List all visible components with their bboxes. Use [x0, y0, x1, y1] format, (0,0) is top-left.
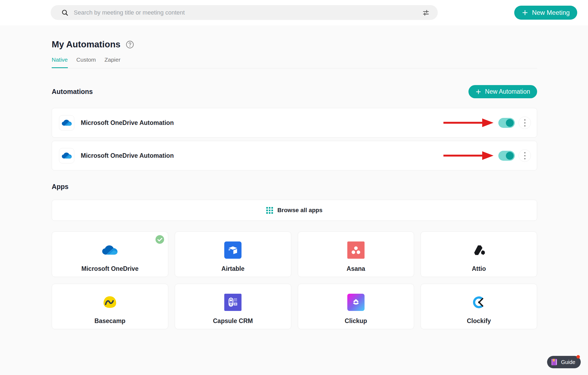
app-card-clockify[interactable]: Clockify: [421, 284, 537, 329]
app-card-asana[interactable]: Asana: [298, 232, 414, 277]
automation-title: Microsoft OneDrive Automation: [81, 152, 174, 159]
app-name: Capsule CRM: [213, 317, 253, 325]
page-title: My Automations: [52, 39, 120, 50]
onedrive-icon: [101, 241, 118, 259]
automation-row: Microsoft OneDrive Automation: [52, 108, 537, 138]
plus-icon: [522, 9, 528, 16]
app-name: Clockify: [467, 317, 491, 325]
clockify-icon: [470, 294, 488, 311]
capsule-icon: [224, 294, 242, 311]
apps-heading: Apps: [52, 183, 537, 191]
guide-book-icon: [551, 358, 558, 366]
apps-grid: Microsoft OneDrive Airtable: [52, 232, 537, 340]
more-options-icon[interactable]: [519, 149, 531, 162]
topbar: New Meeting: [0, 0, 588, 25]
app-card-capsule[interactable]: Capsule CRM: [175, 284, 291, 329]
search-bar[interactable]: [51, 5, 438, 20]
airtable-icon: [224, 241, 242, 259]
app-card-basecamp[interactable]: Basecamp: [52, 284, 168, 329]
app-name: Clickup: [345, 317, 367, 325]
browse-all-apps-label: Browse all apps: [277, 207, 323, 214]
tab-zapier[interactable]: Zapier: [104, 57, 121, 68]
attio-icon: [470, 241, 488, 259]
app-card-attio[interactable]: Attio: [421, 232, 537, 277]
app-name: Microsoft OneDrive: [81, 265, 138, 272]
automation-toggle[interactable]: [498, 118, 515, 128]
search-input[interactable]: [74, 9, 423, 16]
app-card-onedrive[interactable]: Microsoft OneDrive: [52, 232, 168, 277]
more-options-icon[interactable]: [519, 117, 531, 129]
new-meeting-button[interactable]: New Meeting: [514, 6, 577, 20]
app-name: Attio: [472, 265, 486, 272]
guide-button[interactable]: Guide: [547, 356, 581, 368]
clickup-icon: [347, 294, 365, 311]
app-card-airtable[interactable]: Airtable: [175, 232, 291, 277]
notification-dot: [576, 355, 580, 359]
basecamp-icon: [101, 294, 118, 311]
app-card-clickup[interactable]: Clickup: [298, 284, 414, 329]
automations-heading: Automations: [52, 88, 93, 96]
automation-row: Microsoft OneDrive Automation: [52, 141, 537, 170]
plus-icon: [475, 89, 481, 95]
help-icon[interactable]: [126, 40, 134, 49]
new-meeting-label: New Meeting: [532, 9, 570, 16]
guide-label: Guide: [561, 359, 575, 365]
automation-title: Microsoft OneDrive Automation: [81, 119, 174, 127]
connected-check-icon: [155, 235, 164, 244]
tab-native[interactable]: Native: [52, 57, 68, 68]
app-name: Airtable: [221, 265, 244, 272]
automation-toggle[interactable]: [498, 151, 515, 161]
tabs-divider: [52, 68, 537, 68]
tab-custom[interactable]: Custom: [76, 57, 96, 68]
browse-all-apps-button[interactable]: Browse all apps: [52, 200, 537, 221]
main-content: My Automations Native Custom Zapier Auto…: [0, 25, 588, 340]
app-name: Asana: [346, 265, 365, 272]
annotation-arrow-icon: [443, 150, 494, 161]
asana-icon: [347, 241, 365, 259]
onedrive-icon: [59, 115, 74, 131]
new-automation-label: New Automation: [485, 88, 530, 95]
search-filter-icon[interactable]: [422, 8, 430, 17]
apps-grid-icon: [266, 207, 273, 214]
onedrive-icon: [59, 148, 74, 163]
annotation-arrow-icon: [443, 118, 494, 128]
app-name: Basecamp: [94, 317, 125, 325]
search-icon: [61, 9, 68, 16]
new-automation-button[interactable]: New Automation: [468, 85, 537, 98]
tab-bar: Native Custom Zapier: [52, 57, 537, 68]
